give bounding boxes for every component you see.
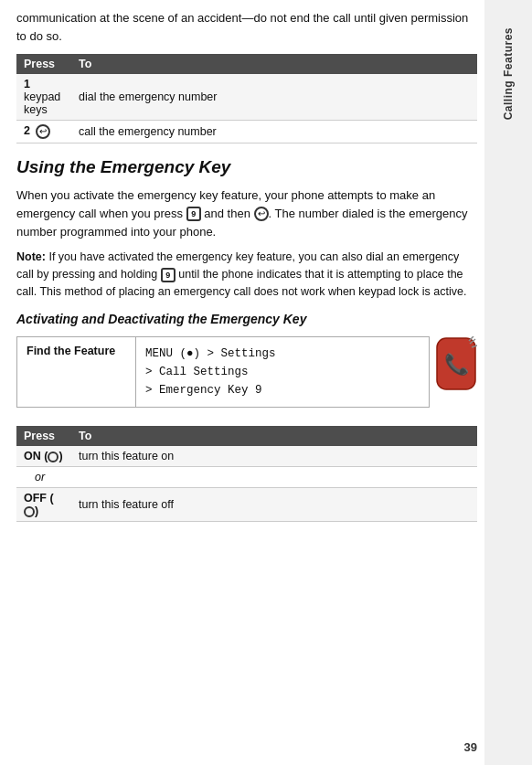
section-body: When you activate the emergency key feat… bbox=[16, 186, 477, 241]
sub-heading: Activating and Deactivating the Emergenc… bbox=[16, 311, 477, 329]
table-row: OFF () turn this feature off bbox=[16, 487, 477, 521]
page-wrapper: communication at the scene of an acciden… bbox=[0, 0, 532, 765]
on-press-cell: ON () bbox=[16, 446, 71, 467]
table-row-or: or bbox=[16, 466, 477, 487]
on-to-cell: turn this feature on bbox=[71, 446, 477, 467]
table2-header-press: Press bbox=[16, 426, 71, 446]
key-icon-1: 9 bbox=[186, 207, 201, 221]
row-number: 2 ↩ bbox=[16, 121, 71, 143]
off-to-cell: turn this feature off bbox=[71, 487, 477, 521]
row-number: 1 keypad keys bbox=[16, 74, 71, 121]
sidebar: Calling Features bbox=[484, 0, 532, 765]
note-label: Note: bbox=[16, 250, 46, 263]
off-press-cell: OFF () bbox=[16, 487, 71, 521]
find-feature-label: Find the Feature bbox=[17, 337, 136, 407]
note-paragraph: Note: If you have activated the emergenc… bbox=[16, 249, 477, 300]
table-row: ON () turn this feature on bbox=[16, 446, 477, 467]
circle-icon bbox=[48, 452, 59, 462]
table-row: 2 ↩ call the emergency number bbox=[16, 121, 477, 143]
row-to: call the emergency number bbox=[71, 121, 477, 143]
key-icon-2: 9 bbox=[161, 268, 176, 282]
find-feature-value: MENU (●) > Settings > Call Settings > Em… bbox=[136, 337, 285, 407]
find-feature-row: Find the Feature MENU (●) > Settings > C… bbox=[16, 336, 430, 408]
circle-icon-2 bbox=[24, 506, 35, 517]
send-icon: ↩ bbox=[36, 124, 50, 139]
second-press-table: Press To ON () turn this feature on or O… bbox=[16, 426, 477, 522]
table-header-to: To bbox=[71, 54, 477, 74]
row-to: dial the emergency number bbox=[71, 74, 477, 121]
phone-icon: 📞 bbox=[435, 336, 477, 394]
page-number: 39 bbox=[464, 740, 477, 754]
send-icon-2: ↩ bbox=[254, 207, 269, 221]
table2-header-to: To bbox=[71, 426, 477, 446]
section-heading: Using the Emergency Key bbox=[16, 156, 477, 179]
first-press-table: Press To 1 keypad keys dial the emergenc… bbox=[16, 54, 477, 143]
table-header-press: Press bbox=[16, 54, 71, 74]
svg-text:📞: 📞 bbox=[444, 352, 470, 377]
or-cell-empty bbox=[71, 466, 477, 487]
sidebar-label: Calling Features bbox=[502, 27, 515, 120]
table-row: 1 keypad keys dial the emergency number bbox=[16, 74, 477, 121]
intro-paragraph: communication at the scene of an acciden… bbox=[16, 9, 477, 45]
or-cell: or bbox=[16, 466, 71, 487]
